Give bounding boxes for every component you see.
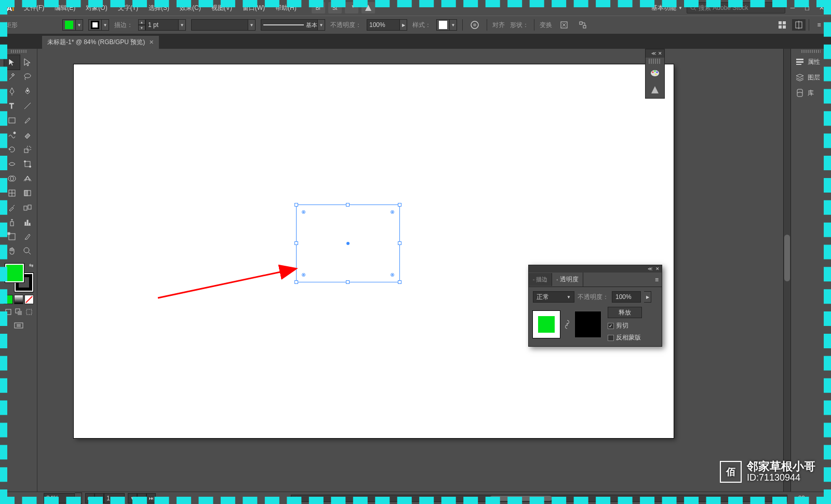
handle-top-center[interactable]: [346, 203, 350, 207]
recolor-button[interactable]: [468, 19, 481, 31]
var-width-profile[interactable]: ▼: [191, 19, 256, 31]
handle-top-right[interactable]: [398, 203, 401, 207]
grid-toggle-icon[interactable]: [775, 19, 789, 31]
eraser-tool[interactable]: [20, 128, 35, 142]
align-label[interactable]: 对齐: [492, 21, 505, 30]
draw-behind-icon[interactable]: [14, 307, 23, 317]
style-swatch[interactable]: ▼: [436, 19, 457, 31]
blend-tool[interactable]: [20, 200, 35, 215]
properties-panel-button[interactable]: 属性: [791, 54, 831, 70]
window-restore[interactable]: ◻: [800, 2, 814, 13]
opacity-input[interactable]: 100%▶: [367, 19, 407, 31]
panel-collapse-icon[interactable]: ≪: [648, 266, 652, 271]
handle-top-left[interactable]: [294, 203, 298, 207]
float-close-icon[interactable]: ✕: [658, 51, 662, 56]
transform-label[interactable]: 变换: [540, 21, 552, 30]
edit-similar-button[interactable]: [576, 19, 589, 31]
layers-panel-button[interactable]: 图层: [791, 70, 831, 85]
tools-grip[interactable]: [11, 50, 26, 53]
magic-wand-tool[interactable]: [4, 70, 20, 84]
handle-bottom-center[interactable]: [346, 280, 350, 284]
corner-widget-tr[interactable]: [391, 210, 394, 214]
color-panel-button[interactable]: [646, 65, 664, 81]
stock-button[interactable]: St: [328, 2, 342, 13]
color-guide-button[interactable]: [646, 81, 664, 98]
fill-stroke-control[interactable]: ⇆: [3, 263, 34, 293]
draw-inside-icon[interactable]: [24, 307, 34, 317]
panel-opacity-input[interactable]: 100%: [612, 291, 641, 303]
rectangle-tool[interactable]: [4, 113, 20, 128]
menu-effect[interactable]: 效果(C): [175, 0, 206, 16]
mesh-tool[interactable]: [4, 186, 20, 200]
artboard-number[interactable]: 1: [104, 493, 125, 503]
paintbrush-tool[interactable]: [20, 113, 35, 128]
direct-selection-tool[interactable]: [20, 55, 35, 70]
panel-close-icon[interactable]: ✕: [655, 266, 660, 271]
float-grip[interactable]: [649, 59, 661, 64]
graph-tool[interactable]: [20, 215, 35, 229]
workspace-switcher[interactable]: 基本功能▼: [647, 4, 687, 12]
line-tool[interactable]: [20, 99, 35, 113]
release-mask-button[interactable]: 释放: [608, 307, 642, 318]
draw-normal-icon[interactable]: [4, 307, 13, 317]
corner-widget-tl[interactable]: [302, 210, 305, 214]
menu-select[interactable]: 选择(S): [143, 0, 175, 16]
type-tool[interactable]: T: [4, 99, 20, 113]
isolate-button[interactable]: [557, 19, 571, 31]
artboard-prev[interactable]: ◀: [95, 493, 104, 503]
shape-btn-label[interactable]: 形状：: [510, 21, 529, 30]
stroke-weight[interactable]: ▴▾ 1 pt ▼: [138, 19, 186, 31]
snap-pixel-icon[interactable]: [792, 19, 806, 31]
artboard-dd[interactable]: ▼: [128, 493, 137, 503]
arrange-docs-button[interactable]: ▼: [345, 2, 358, 13]
selection-tool[interactable]: [4, 55, 20, 70]
menu-object[interactable]: 对象(O): [81, 0, 112, 16]
handle-mid-left[interactable]: [294, 241, 298, 245]
canvas[interactable]: ≪✕: [37, 49, 790, 492]
color-mode-solid[interactable]: [4, 295, 13, 304]
artboard-next[interactable]: ▶: [137, 493, 146, 503]
object-thumbnail[interactable]: [533, 311, 560, 338]
stock-search[interactable]: 搜索 Adobe Stock: [687, 2, 785, 13]
zoom-input[interactable]: 84%: [44, 493, 75, 503]
scroll-thumb[interactable]: [490, 496, 552, 501]
panel-menu-icon[interactable]: ≡: [652, 276, 662, 283]
panel-menu-icon[interactable]: ≡: [812, 19, 826, 31]
menu-help[interactable]: 帮助(H): [270, 0, 302, 16]
handle-bottom-right[interactable]: [398, 280, 401, 284]
menu-view[interactable]: 视图(V): [206, 0, 237, 16]
handle-mid-right[interactable]: [398, 241, 401, 245]
mask-thumbnail[interactable]: [574, 311, 601, 338]
window-minimize[interactable]: ─: [785, 2, 800, 13]
rotate-tool[interactable]: [4, 142, 20, 157]
gradient-tool[interactable]: [20, 186, 35, 200]
window-close[interactable]: ✕: [814, 2, 829, 13]
menu-file[interactable]: 文件(F): [19, 0, 49, 16]
corner-widget-bl[interactable]: [302, 273, 305, 277]
scroll-right[interactable]: ▶: [780, 495, 787, 501]
artboard-first[interactable]: ⏮: [85, 493, 95, 503]
fill-swatch[interactable]: ▼: [62, 19, 83, 31]
eyedropper-tool[interactable]: [4, 200, 20, 215]
libraries-panel-button[interactable]: 库: [791, 85, 831, 101]
width-tool[interactable]: [4, 157, 20, 171]
shape-builder-tool[interactable]: [4, 171, 20, 186]
clip-checkbox[interactable]: [608, 323, 614, 329]
panel-tab-stroke[interactable]: ◦ 描边: [529, 273, 552, 286]
menu-type[interactable]: 文字(T): [113, 0, 143, 16]
artboard-tool[interactable]: [4, 229, 20, 244]
link-mask-icon[interactable]: [563, 311, 571, 338]
color-mode-gradient[interactable]: [14, 295, 23, 304]
lasso-tool[interactable]: [20, 70, 35, 84]
handle-bottom-left[interactable]: [294, 280, 298, 284]
scale-tool[interactable]: [20, 142, 35, 157]
screen-mode-button[interactable]: [11, 320, 26, 332]
selected-rectangle[interactable]: [296, 205, 400, 282]
shaper-tool[interactable]: [4, 128, 20, 142]
symbol-sprayer-tool[interactable]: [4, 215, 20, 229]
hand-tool[interactable]: [4, 244, 20, 258]
brush-definition[interactable]: 基本▼: [261, 19, 325, 31]
fill-box[interactable]: [5, 264, 24, 282]
invert-checkbox[interactable]: [608, 335, 614, 341]
color-mode-none[interactable]: [24, 295, 34, 304]
